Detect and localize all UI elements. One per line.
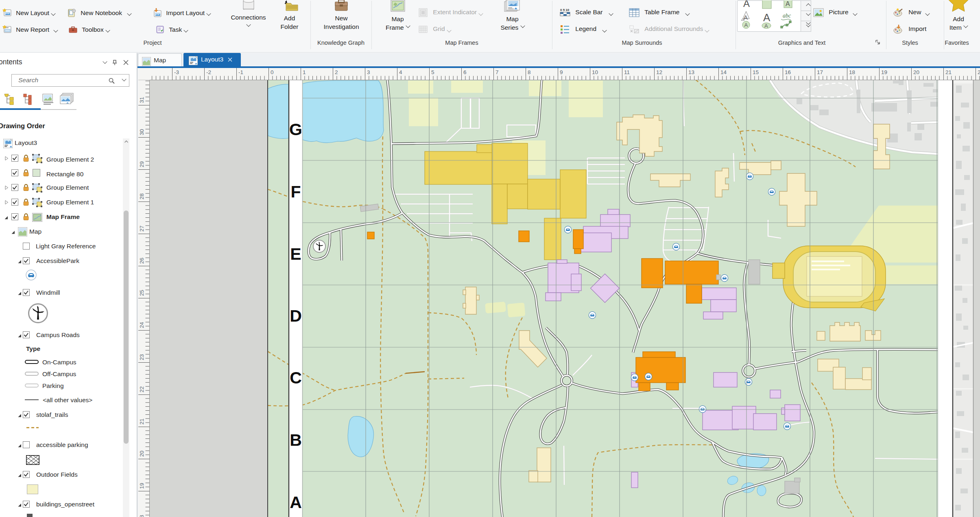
svg-text:A: A xyxy=(786,0,790,7)
svg-text:31: 31 xyxy=(139,97,145,103)
svg-text:20: 20 xyxy=(913,69,919,75)
svg-text:G: G xyxy=(289,120,302,139)
svg-text:21: 21 xyxy=(945,69,952,75)
svg-text:0: 0 xyxy=(271,69,274,75)
svg-text:22: 22 xyxy=(978,69,980,75)
svg-text:17: 17 xyxy=(817,69,823,75)
svg-text:B: B xyxy=(290,431,302,449)
svg-text:4: 4 xyxy=(399,69,402,75)
svg-text:28: 28 xyxy=(139,193,145,199)
svg-text:8: 8 xyxy=(528,69,531,75)
svg-text:15: 15 xyxy=(753,69,759,75)
svg-text:9: 9 xyxy=(560,69,563,75)
svg-text:5: 5 xyxy=(431,69,434,75)
svg-text:D: D xyxy=(290,307,302,325)
svg-text:29: 29 xyxy=(139,161,145,167)
svg-text:24: 24 xyxy=(139,322,145,328)
svg-text:12: 12 xyxy=(656,69,662,75)
svg-text:3: 3 xyxy=(367,69,370,75)
svg-text:22: 22 xyxy=(139,386,145,392)
svg-text:18: 18 xyxy=(849,69,855,75)
svg-text:A: A xyxy=(744,22,748,28)
svg-text:10: 10 xyxy=(592,69,598,75)
svg-text:21: 21 xyxy=(139,418,145,425)
svg-text:14: 14 xyxy=(720,69,727,75)
svg-text:6: 6 xyxy=(463,69,467,75)
svg-text:A: A xyxy=(290,493,302,512)
svg-text:11: 11 xyxy=(624,69,630,75)
svg-text:A: A xyxy=(764,23,768,29)
svg-text:2: 2 xyxy=(335,69,338,75)
svg-text:20: 20 xyxy=(139,451,145,457)
svg-text:A: A xyxy=(744,14,748,21)
svg-text:-1: -1 xyxy=(238,69,243,75)
svg-text:30: 30 xyxy=(139,129,145,135)
svg-text:F: F xyxy=(290,182,301,201)
svg-text:abc: abc xyxy=(783,13,791,19)
svg-text:16: 16 xyxy=(785,69,791,75)
svg-text:19: 19 xyxy=(881,69,887,75)
svg-text:25: 25 xyxy=(139,290,145,296)
svg-text:A: A xyxy=(743,0,750,9)
svg-text:E: E xyxy=(290,245,301,263)
svg-text:7: 7 xyxy=(495,69,499,75)
svg-text:18: 18 xyxy=(139,515,145,517)
svg-text:0 5 10: 0 5 10 xyxy=(560,8,570,12)
svg-text:23: 23 xyxy=(139,354,145,360)
svg-text:19: 19 xyxy=(139,483,145,489)
svg-text:27: 27 xyxy=(139,226,145,232)
svg-text:A: A xyxy=(763,11,770,24)
svg-text:26: 26 xyxy=(139,258,145,264)
svg-text:C: C xyxy=(290,368,302,387)
svg-text:13: 13 xyxy=(688,69,694,75)
svg-text:-3: -3 xyxy=(174,69,179,75)
svg-text:-2: -2 xyxy=(206,69,211,75)
svg-text:1: 1 xyxy=(303,69,306,75)
